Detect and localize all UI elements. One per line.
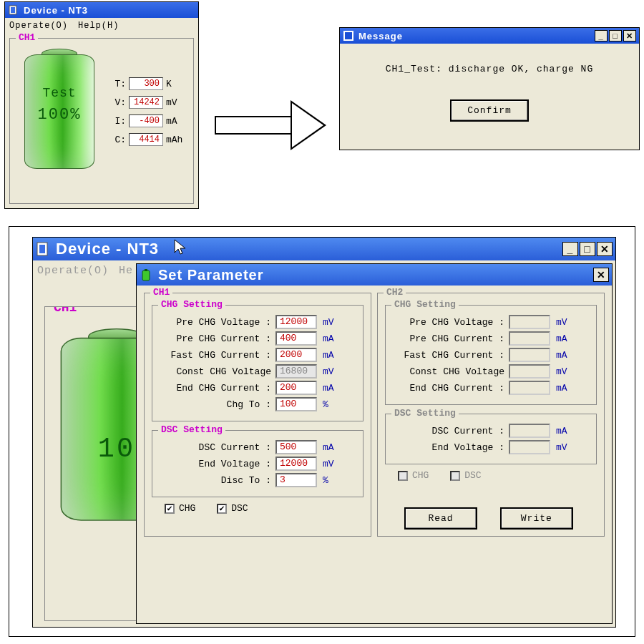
message-body: CH1_Test: discharge OK, charge NG Confir… — [340, 44, 639, 134]
c-key: C: — [110, 135, 126, 145]
message-text: CH1_Test: discharge OK, charge NG — [354, 64, 625, 74]
ch1-group: CH1 Test 100% T:300K V:14242mV I:-400mA … — [9, 38, 194, 204]
dialog-icon — [343, 30, 354, 42]
battery-graphic: Test 100% — [20, 49, 99, 170]
ch1-large-label: CH1 — [51, 306, 79, 315]
ch2-dsc-group: DSC Setting DSC Current :mA End Voltage … — [385, 414, 597, 464]
ch1-dsc-checkbox[interactable]: ✔DSC — [217, 503, 248, 514]
end-voltage-label: End Voltage : — [157, 459, 271, 469]
ch2-chg-group: CHG Setting Pre CHG Voltage :mV Pre CHG … — [385, 305, 597, 405]
close-icon[interactable]: ✕ — [597, 242, 613, 256]
const-chg-voltage-input: 16800 — [275, 364, 317, 379]
chg-to-label: Chg To : — [157, 399, 271, 410]
disc-to-input[interactable]: 3 — [275, 473, 317, 487]
svg-rect-1 — [11, 7, 15, 13]
dsc-current-input[interactable]: 500 — [275, 440, 317, 454]
pre-chg-voltage-input[interactable]: 12000 — [275, 315, 317, 329]
unit: mV — [323, 317, 340, 328]
chg-to-input[interactable]: 100 — [275, 397, 317, 411]
c-value: 4414 — [129, 133, 163, 146]
end-voltage-input[interactable]: 12000 — [275, 457, 317, 471]
ch2-chg-label: CHG Setting — [391, 299, 459, 310]
end-chg-current-input[interactable]: 200 — [275, 381, 317, 395]
chk-label: DSC — [231, 503, 248, 514]
chk-label: CHG — [179, 503, 195, 514]
battery-label: Test — [20, 86, 99, 100]
menu-help[interactable]: Help(H) — [78, 21, 119, 31]
ch2-param-group: CH2 CHG Setting Pre CHG Voltage :mV Pre … — [377, 293, 605, 537]
ch2-const-v-input — [509, 364, 550, 379]
set-parameter-title: Set Parameter — [158, 267, 264, 283]
device-large-title: Device - NT3 — [56, 240, 159, 258]
ch2-end-v-input — [509, 440, 550, 454]
read-button[interactable]: Read — [405, 508, 477, 529]
ch2-dsc-label: DSC Setting — [391, 408, 459, 419]
confirm-button[interactable]: Confirm — [451, 100, 528, 121]
write-button[interactable]: Write — [501, 508, 572, 529]
ch1-chg-label: CHG Setting — [158, 299, 225, 310]
ch2-end-v-label: End Voltage : — [390, 442, 504, 453]
battery-large: 10 — [54, 328, 137, 523]
chk-label: CHG — [412, 470, 429, 481]
cursor-icon — [173, 238, 187, 260]
v-value: 14242 — [129, 96, 163, 109]
ch1-param-label: CH1 — [150, 287, 172, 298]
t-value: 300 — [129, 77, 163, 90]
i-unit: mA — [166, 116, 177, 127]
set-parameter-titlebar: Set Parameter ✕ — [137, 264, 612, 286]
close-icon[interactable]: ✕ — [623, 30, 636, 42]
unit: % — [323, 399, 340, 410]
maximize-icon[interactable]: □ — [609, 30, 622, 42]
maximize-icon[interactable]: □ — [580, 242, 595, 256]
ch1-param-group: CH1 CHG Setting Pre CHG Voltage :12000mV… — [144, 293, 371, 537]
fast-chg-current-label: Fast CHG Current : — [157, 350, 271, 361]
menubar[interactable]: Operate(O) Help(H) — [5, 18, 198, 34]
menu-help-dim: He — [119, 265, 133, 277]
ch2-pre-v-input — [509, 315, 550, 329]
v-unit: mV — [166, 97, 177, 108]
v-key: V: — [110, 97, 126, 108]
disc-to-label: Disc To : — [157, 475, 271, 486]
battery-large-percent: 10 — [54, 434, 137, 464]
unit: mV — [323, 459, 340, 469]
minimize-icon[interactable]: _ — [562, 242, 578, 256]
ch1-dsc-label: DSC Setting — [158, 424, 225, 435]
ch2-fast-i-input — [509, 348, 550, 362]
menu-operate[interactable]: Operate(O) — [9, 21, 68, 31]
battery-icon — [140, 268, 154, 282]
menu-operate-dim: Operate(O) — [37, 265, 109, 277]
set-parameter-window: Set Parameter ✕ CH1 CHG Setting Pre CHG … — [136, 263, 613, 624]
device-titlebar: Device - NT3 — [5, 2, 198, 18]
pre-chg-current-label: Pre CHG Current : — [157, 333, 271, 344]
ch1-chg-checkbox[interactable]: ✔CHG — [165, 503, 195, 514]
end-chg-current-label: End CHG Current : — [157, 383, 271, 394]
c-unit: mAh — [166, 135, 182, 145]
device-large-titlebar: Device - NT3 _ □ ✕ — [33, 238, 615, 260]
i-value: -400 — [129, 114, 163, 127]
ch2-chg-checkbox: CHG — [398, 470, 429, 481]
ch2-fast-i-label: Fast CHG Current : — [390, 350, 504, 361]
ch2-dsc-checkbox: DSC — [450, 470, 481, 481]
ch1-chg-group: CHG Setting Pre CHG Voltage :12000mV Pre… — [152, 305, 364, 421]
readouts: T:300K V:14242mV I:-400mA C:4414mAh — [110, 72, 182, 152]
svg-rect-5 — [39, 245, 45, 253]
message-window: Message _ □ ✕ CH1_Test: discharge OK, ch… — [339, 27, 640, 150]
ch2-const-v-label: Const CHG Voltage — [390, 366, 504, 377]
fast-chg-current-input[interactable]: 2000 — [275, 348, 317, 362]
app-icon — [8, 4, 19, 16]
close-icon[interactable]: ✕ — [593, 268, 609, 282]
ch1-label: CH1 — [16, 32, 38, 43]
t-unit: K — [166, 79, 172, 89]
message-titlebar: Message _ □ ✕ — [340, 28, 639, 44]
ch2-end-i-input — [509, 381, 550, 395]
t-key: T: — [110, 79, 126, 89]
minimize-icon[interactable]: _ — [595, 30, 608, 42]
ch1-group-large: CH1 10 — [44, 306, 137, 621]
pre-chg-current-input[interactable]: 400 — [275, 331, 317, 346]
unit: mA — [556, 350, 573, 361]
unit: mA — [556, 426, 573, 436]
unit: mA — [323, 333, 340, 344]
svg-rect-3 — [345, 32, 352, 39]
ch2-end-i-label: End CHG Current : — [390, 383, 504, 394]
chk-label: DSC — [464, 470, 481, 481]
